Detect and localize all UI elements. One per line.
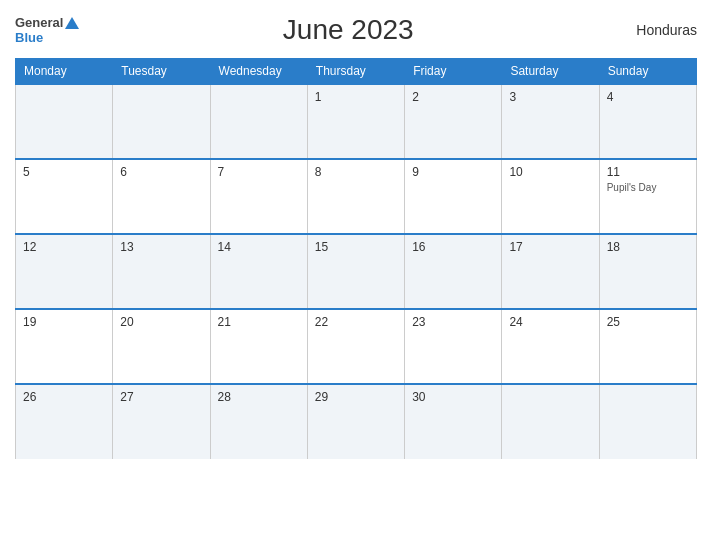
calendar-cell <box>599 384 696 459</box>
day-number: 20 <box>120 315 202 329</box>
calendar-week-5: 2627282930 <box>16 384 697 459</box>
calendar-title: June 2023 <box>79 14 617 46</box>
calendar-cell: 13 <box>113 234 210 309</box>
day-number: 17 <box>509 240 591 254</box>
calendar-week-4: 19202122232425 <box>16 309 697 384</box>
calendar-cell: 3 <box>502 84 599 159</box>
day-number: 4 <box>607 90 689 104</box>
col-saturday: Saturday <box>502 59 599 85</box>
day-number: 18 <box>607 240 689 254</box>
logo-blue-text: Blue <box>15 30 43 45</box>
calendar-cell: 28 <box>210 384 307 459</box>
day-number: 16 <box>412 240 494 254</box>
calendar-cell: 21 <box>210 309 307 384</box>
day-number: 21 <box>218 315 300 329</box>
day-number: 3 <box>509 90 591 104</box>
calendar-cell: 25 <box>599 309 696 384</box>
calendar-cell: 20 <box>113 309 210 384</box>
calendar-cell: 12 <box>16 234 113 309</box>
day-number: 7 <box>218 165 300 179</box>
day-number: 14 <box>218 240 300 254</box>
day-number: 25 <box>607 315 689 329</box>
col-wednesday: Wednesday <box>210 59 307 85</box>
calendar-cell <box>210 84 307 159</box>
logo-general-text: General <box>15 15 63 30</box>
logo-line: General <box>15 15 79 30</box>
logo-triangle-icon <box>65 17 79 29</box>
day-number: 15 <box>315 240 397 254</box>
calendar-cell <box>16 84 113 159</box>
col-sunday: Sunday <box>599 59 696 85</box>
calendar-cell: 19 <box>16 309 113 384</box>
day-number: 27 <box>120 390 202 404</box>
calendar-cell: 7 <box>210 159 307 234</box>
col-friday: Friday <box>405 59 502 85</box>
day-number: 5 <box>23 165 105 179</box>
day-number: 9 <box>412 165 494 179</box>
calendar-cell: 5 <box>16 159 113 234</box>
calendar-cell: 8 <box>307 159 404 234</box>
calendar-cell: 30 <box>405 384 502 459</box>
calendar-cell: 4 <box>599 84 696 159</box>
calendar-cell: 14 <box>210 234 307 309</box>
day-number: 11 <box>607 165 689 179</box>
day-number: 30 <box>412 390 494 404</box>
calendar-cell: 1 <box>307 84 404 159</box>
event-label: Pupil's Day <box>607 182 689 193</box>
calendar-cell: 6 <box>113 159 210 234</box>
calendar-cell: 2 <box>405 84 502 159</box>
calendar-cell <box>113 84 210 159</box>
calendar-cell: 11Pupil's Day <box>599 159 696 234</box>
header: General Blue June 2023 Honduras <box>15 10 697 50</box>
calendar-cell: 16 <box>405 234 502 309</box>
calendar-header-row: Monday Tuesday Wednesday Thursday Friday… <box>16 59 697 85</box>
day-number: 13 <box>120 240 202 254</box>
day-number: 10 <box>509 165 591 179</box>
col-thursday: Thursday <box>307 59 404 85</box>
day-number: 19 <box>23 315 105 329</box>
day-number: 22 <box>315 315 397 329</box>
calendar-week-3: 12131415161718 <box>16 234 697 309</box>
calendar-cell: 29 <box>307 384 404 459</box>
calendar-cell: 24 <box>502 309 599 384</box>
day-number: 8 <box>315 165 397 179</box>
calendar-week-1: 1234 <box>16 84 697 159</box>
calendar-week-2: 567891011Pupil's Day <box>16 159 697 234</box>
day-number: 6 <box>120 165 202 179</box>
calendar-cell: 22 <box>307 309 404 384</box>
day-number: 28 <box>218 390 300 404</box>
calendar-page: General Blue June 2023 Honduras Monday T… <box>0 0 712 550</box>
day-number: 23 <box>412 315 494 329</box>
svg-marker-0 <box>65 17 79 29</box>
day-number: 24 <box>509 315 591 329</box>
col-monday: Monday <box>16 59 113 85</box>
calendar-cell: 17 <box>502 234 599 309</box>
calendar-cell: 10 <box>502 159 599 234</box>
day-number: 1 <box>315 90 397 104</box>
calendar-cell <box>502 384 599 459</box>
calendar-cell: 23 <box>405 309 502 384</box>
col-tuesday: Tuesday <box>113 59 210 85</box>
calendar-cell: 18 <box>599 234 696 309</box>
day-number: 12 <box>23 240 105 254</box>
day-number: 29 <box>315 390 397 404</box>
day-number: 26 <box>23 390 105 404</box>
country-label: Honduras <box>617 22 697 38</box>
calendar-cell: 9 <box>405 159 502 234</box>
calendar-cell: 15 <box>307 234 404 309</box>
calendar-table: Monday Tuesday Wednesday Thursday Friday… <box>15 58 697 459</box>
day-number: 2 <box>412 90 494 104</box>
calendar-cell: 26 <box>16 384 113 459</box>
calendar-cell: 27 <box>113 384 210 459</box>
logo: General Blue <box>15 15 79 45</box>
